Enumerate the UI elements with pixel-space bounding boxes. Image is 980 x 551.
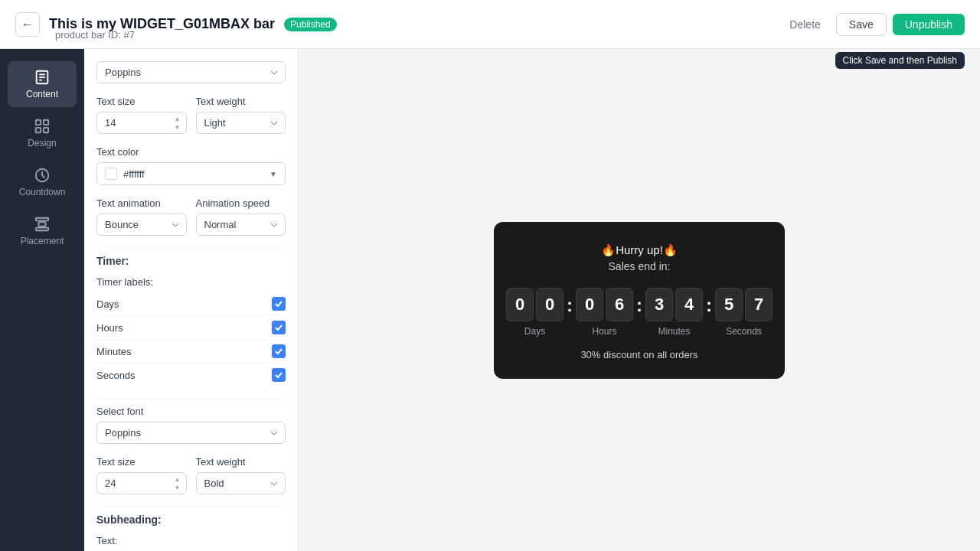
timer-label-days-text: Days (96, 298, 119, 310)
timer-label-days: Days (96, 292, 286, 316)
divider-3 (96, 507, 286, 507)
text-color-picker[interactable]: #ffffff ▼ (96, 162, 286, 185)
divider-2 (96, 399, 286, 399)
color-dropdown-arrow: ▼ (270, 170, 277, 178)
sidebar-item-label: Countdown (19, 187, 66, 197)
sidebar-item-placement[interactable]: Placement (8, 208, 77, 254)
timer-section: Timer: Timer labels: Days Hours Minutes … (96, 255, 286, 386)
animation-row: Text animation Bounce None Fade Slide An… (96, 197, 286, 236)
widget-footer: 30% discount on all orders (512, 349, 766, 360)
subheading-text-label: Text: (96, 535, 286, 546)
text-weight2-field: Text weight Bold Light Regular (196, 456, 286, 494)
text-animation-field: Text animation Bounce None Fade Slide (96, 197, 187, 236)
text-size2-up[interactable]: ▲ (172, 475, 184, 483)
sidebar-item-content[interactable]: Content (8, 61, 77, 107)
text-animation-label: Text animation (96, 197, 187, 209)
placement-icon (34, 216, 51, 233)
color-swatch (105, 168, 117, 180)
svg-rect-4 (36, 120, 41, 125)
hours-digit-2: 6 (606, 288, 633, 321)
text-size-label: Text size (96, 96, 187, 107)
header-actions: Delete Save Unpublish (780, 13, 965, 36)
save-button[interactable]: Save (836, 13, 887, 36)
text-style2-row: Text size ▲ ▼ Text weight Bold Light Reg… (96, 456, 286, 494)
timer-seconds-checkbox[interactable] (272, 368, 286, 382)
svg-rect-11 (38, 222, 45, 227)
timer-days-checkbox[interactable] (272, 297, 286, 311)
timer-days-group: 0 0 Days (506, 288, 564, 337)
widget-subheadline: Sales end in: (512, 260, 766, 272)
animation-speed-label: Animation speed (196, 197, 286, 209)
settings-panel: Poppins Text size ▲ ▼ Text weight Light … (84, 49, 299, 551)
subheading-title: Subheading: (96, 514, 286, 526)
timer-minutes-checkbox[interactable] (272, 344, 286, 358)
text-style-row: Text size ▲ ▼ Text weight Light Regular … (96, 96, 286, 134)
days-digit-2: 0 (536, 288, 564, 321)
animation-speed-select[interactable]: Normal Slow Fast (196, 214, 286, 236)
timer-row: 0 0 Days : 0 6 Hours : 3 4 (512, 288, 766, 337)
days-label: Days (524, 326, 545, 337)
text-animation-select[interactable]: Bounce None Fade Slide (96, 214, 187, 236)
countdown-widget: 🔥Hurry up!🔥 Sales end in: 0 0 Days : 0 6… (494, 222, 785, 379)
timer-minutes-group: 3 4 Minutes (645, 288, 703, 337)
delete-button[interactable]: Delete (780, 14, 829, 35)
days-digit-1: 0 (506, 288, 534, 321)
seconds-digits: 5 7 (715, 288, 773, 321)
text-size-down[interactable]: ▼ (172, 123, 184, 131)
check-icon (274, 323, 283, 332)
timer-label-seconds-text: Seconds (96, 370, 136, 381)
divider-1 (96, 248, 286, 249)
back-button[interactable]: ← (15, 12, 40, 37)
check-icon (274, 370, 283, 380)
sidebar-item-label: Content (26, 89, 58, 99)
text-weight-select[interactable]: Light Regular Bold (196, 112, 286, 134)
colon-2: : (636, 295, 642, 316)
svg-rect-6 (36, 128, 41, 132)
minutes-label: Minutes (658, 326, 690, 337)
font-top-select[interactable]: Poppins (96, 61, 286, 83)
sidebar-item-design[interactable]: Design (8, 110, 77, 156)
header: ← This is my WIDGET_G01MBAX bar Publishe… (0, 0, 980, 49)
text-size2-label: Text size (96, 456, 187, 468)
timer-label-seconds: Seconds (96, 364, 286, 386)
save-hint: Click Save and then Publish (835, 52, 965, 69)
text-weight2-select[interactable]: Bold Light Regular (196, 472, 286, 494)
animation-speed-field: Animation speed Normal Slow Fast (196, 197, 286, 236)
sidebar-item-countdown[interactable]: Countdown (8, 159, 77, 205)
sidebar-item-label: Design (28, 138, 56, 148)
timer-label-minutes: Minutes (96, 340, 286, 364)
text-weight-field: Text weight Light Regular Bold (196, 96, 286, 134)
text-color-label: Text color (96, 146, 286, 158)
text-size-up[interactable]: ▲ (172, 115, 184, 122)
published-badge: Published (284, 18, 337, 31)
timer-label-hours-text: Hours (96, 322, 123, 334)
timer-label-minutes-text: Minutes (96, 346, 132, 357)
text-size2-arrows: ▲ ▼ (172, 475, 184, 491)
timer-labels-title: Timer labels: (96, 276, 286, 288)
minutes-digit-2: 4 (675, 288, 703, 321)
svg-rect-7 (44, 128, 48, 132)
font-select[interactable]: Poppins Inter Roboto Open Sans (96, 422, 286, 444)
sidebar: Content Design Countdown Placement (0, 49, 84, 551)
text-size2-input-wrapper: ▲ ▼ (96, 472, 187, 494)
colon-1: : (567, 295, 573, 316)
days-digits: 0 0 (506, 288, 564, 321)
timer-section-title: Timer: (96, 255, 286, 267)
check-icon (274, 299, 283, 308)
unpublish-button[interactable]: Unpublish (893, 14, 965, 35)
hours-digits: 0 6 (576, 288, 633, 321)
subheading-section: Subheading: Text: (96, 514, 286, 546)
select-font-label: Select font (96, 406, 286, 417)
text-size-arrows: ▲ ▼ (172, 115, 184, 131)
svg-rect-9 (36, 218, 49, 221)
design-icon (34, 118, 51, 135)
main-preview: 🔥Hurry up!🔥 Sales end in: 0 0 Days : 0 6… (299, 49, 980, 551)
svg-rect-5 (44, 120, 48, 125)
widget-headline: 🔥Hurry up!🔥 (512, 243, 766, 257)
timer-seconds-group: 5 7 Seconds (715, 288, 773, 337)
svg-rect-10 (36, 228, 49, 231)
timer-hours-checkbox[interactable] (272, 321, 286, 334)
text-size2-down[interactable]: ▼ (172, 484, 184, 491)
check-icon (274, 347, 283, 356)
text-color-value: #ffffff (123, 168, 270, 180)
